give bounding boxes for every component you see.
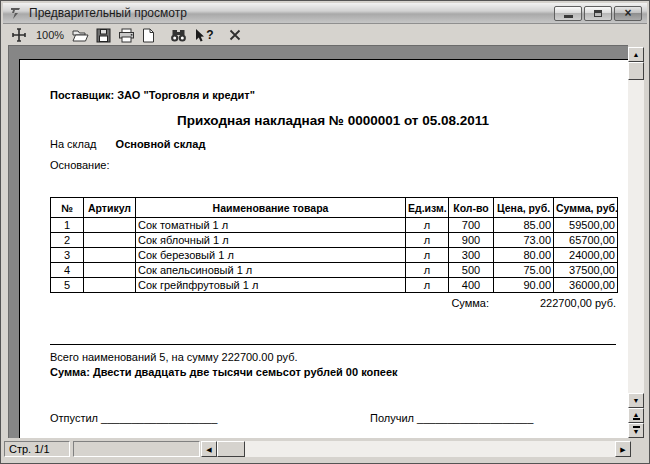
help-arrow-icon — [194, 28, 205, 43]
restore-button[interactable] — [584, 6, 612, 21]
arrow-up-icon: ▲ — [633, 51, 640, 58]
new-document-icon — [142, 28, 155, 43]
scroll-left-button[interactable]: ◀ — [201, 441, 217, 457]
cell: 3 — [51, 248, 84, 263]
supplier-line: Поставщик: ЗАО "Торговля и кредит" — [50, 89, 616, 102]
cell: л — [406, 233, 449, 248]
cell — [84, 248, 136, 263]
col-header-article: Артикул — [84, 198, 136, 218]
cell — [84, 263, 136, 278]
divider-line — [50, 344, 616, 345]
col-header-name: Наименование товара — [136, 198, 406, 218]
table-row: 3 Сок березовый 1 л л 300 80.00 24000,00 — [51, 248, 618, 263]
total-label: Сумма: — [451, 297, 489, 310]
received-signature-line: ___________________ — [417, 412, 533, 424]
page-down-icon: ▼ — [633, 428, 640, 435]
signatures-row: Отпустил ___________________ Получил ___… — [50, 412, 616, 427]
print-icon — [118, 28, 135, 43]
minimize-icon — [564, 15, 573, 18]
cell: 80.00 — [494, 248, 554, 263]
table-row: 5 Сок грейпфрутовый 1 л л 400 90.00 3600… — [51, 278, 618, 293]
col-header-price: Цена, руб. — [494, 198, 554, 218]
amount-in-words: Сумма: Двести двадцать две тысячи семьсо… — [50, 366, 616, 379]
scroll-down-button[interactable]: ▼ — [628, 393, 644, 408]
app-logo-icon — [9, 7, 22, 20]
window-title: Предварительный просмотр — [29, 6, 187, 20]
cell: 65700,00 — [554, 233, 618, 248]
cell: Сок березовый 1 л — [136, 248, 406, 263]
save-icon — [96, 28, 111, 43]
document-content: Поставщик: ЗАО "Торговля и кредит" Прихо… — [50, 60, 616, 427]
close-icon: × — [624, 8, 631, 18]
warehouse-value: Основной склад — [116, 138, 206, 150]
cell — [84, 218, 136, 233]
table-row: 4 Сок апельсиновый 1 л л 500 75.00 37500… — [51, 263, 618, 278]
table-row: 1 Сок томатный 1 л л 700 85.00 59500,00 — [51, 218, 618, 233]
document-page: Поставщик: ЗАО "Торговля и кредит" Прихо… — [19, 59, 628, 438]
horizontal-scroll-thumb[interactable] — [217, 441, 245, 457]
total-value: 222700,00 руб. — [532, 297, 616, 310]
cell: 90.00 — [494, 278, 554, 293]
vertical-scrollbar[interactable]: ▲ ▼ ▲ ▼ — [628, 47, 644, 438]
open-folder-icon — [72, 28, 89, 43]
window-controls: × — [554, 6, 642, 21]
document-title: Приходная накладная № 0000001 от 05.08.2… — [50, 113, 616, 128]
previous-page-button[interactable]: ▲ — [628, 408, 644, 423]
close-preview-button[interactable] — [228, 26, 242, 44]
cell: 37500,00 — [554, 263, 618, 278]
page-up-icon: ▲ — [633, 411, 640, 418]
cell: 1 — [51, 218, 84, 233]
arrow-left-icon: ◀ — [206, 446, 211, 453]
col-header-unit: Ед.изм. — [406, 198, 449, 218]
received-by: Получил ___________________ — [370, 412, 533, 425]
minimize-button[interactable] — [554, 6, 582, 21]
cell: 75.00 — [494, 263, 554, 278]
cell: 5 — [51, 278, 84, 293]
find-binoculars-icon — [170, 28, 187, 43]
cell: л — [406, 278, 449, 293]
page-up-bar — [633, 418, 640, 420]
cell: 400 — [449, 278, 494, 293]
cell: 36000,00 — [554, 278, 618, 293]
cell: Сок грейпфрутовый 1 л — [136, 278, 406, 293]
print-button[interactable] — [118, 26, 135, 44]
open-button[interactable] — [72, 26, 89, 44]
close-preview-icon — [228, 28, 242, 42]
warehouse-line: На склад Основной склад — [50, 138, 616, 151]
zoom-level: 100% — [36, 29, 64, 41]
cell: л — [406, 248, 449, 263]
col-header-qty: Кол-во — [449, 198, 494, 218]
zoom-tool-button[interactable] — [12, 26, 26, 44]
cell: Сок томатный 1 л — [136, 218, 406, 233]
close-button[interactable]: × — [614, 6, 642, 21]
vertical-scroll-thumb[interactable] — [628, 62, 644, 80]
save-button[interactable] — [96, 26, 111, 44]
released-by: Отпустил ___________________ — [50, 412, 217, 424]
help-question-mark: ? — [206, 28, 213, 42]
scroll-right-button[interactable]: ▶ — [615, 441, 631, 457]
cell: 900 — [449, 233, 494, 248]
app-icon — [8, 6, 23, 21]
cell: 73.00 — [494, 233, 554, 248]
restore-icon — [594, 10, 602, 17]
col-header-sum: Сумма, руб. — [554, 198, 618, 218]
cell: л — [406, 263, 449, 278]
released-signature-line: ___________________ — [101, 412, 217, 424]
horizontal-scrollbar[interactable]: ◀ ▶ — [201, 441, 631, 457]
table-header-row: № Артикул Наименование товара Ед.изм. Ко… — [51, 198, 618, 218]
next-page-button[interactable]: ▼ — [628, 423, 644, 438]
scroll-up-button[interactable]: ▲ — [628, 47, 644, 62]
released-label: Отпустил — [50, 412, 98, 424]
col-header-num: № — [51, 198, 84, 218]
status-panel — [73, 441, 200, 457]
context-help-button[interactable]: ? — [194, 26, 213, 44]
page-indicator-label: Стр. 1/1 — [9, 443, 50, 455]
title-bar[interactable]: Предварительный просмотр × — [3, 3, 647, 24]
zoom-cursor-icon — [12, 28, 26, 42]
preview-viewport: Поставщик: ЗАО "Торговля и кредит" Прихо… — [8, 45, 628, 438]
find-button[interactable] — [170, 26, 187, 44]
preview-window: Предварительный просмотр × 100% — [0, 0, 650, 464]
new-document-button[interactable] — [142, 26, 155, 44]
cell: 700 — [449, 218, 494, 233]
items-table: № Артикул Наименование товара Ед.изм. Ко… — [50, 197, 618, 293]
